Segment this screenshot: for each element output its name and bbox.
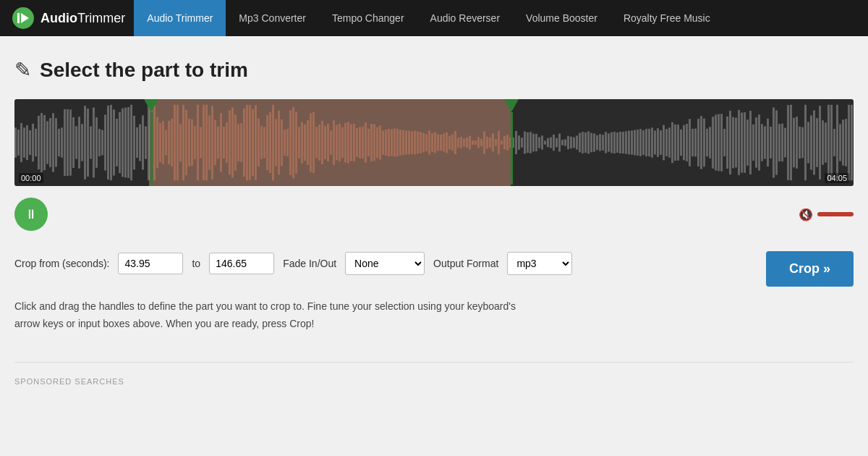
crop-to-input[interactable] — [209, 253, 274, 274]
volume-control: 🔇 — [799, 208, 854, 221]
edit-icon: ✎ — [14, 58, 31, 82]
nav-mp3-converter[interactable]: Mp3 Converter — [226, 0, 319, 36]
waveform-container[interactable]: 00:00 04:05 — [14, 99, 854, 186]
crop-from-input[interactable] — [118, 253, 183, 274]
fade-label: Fade In/Out — [283, 258, 336, 269]
output-format-label: Output Format — [433, 258, 498, 269]
nav-audio-trimmer[interactable]: Audio Trimmer — [134, 0, 226, 36]
page-title-row: ✎ Select the part to trim — [14, 58, 854, 82]
crop-settings: Crop from (seconds): to Fade In/Out None… — [14, 252, 572, 275]
navbar: AudioTrimmer Audio Trimmer Mp3 Converter… — [0, 0, 868, 36]
volume-slider[interactable] — [817, 212, 854, 216]
sponsored-label: SPONSORED SEARCHES — [14, 377, 124, 386]
nav-audio-reverser[interactable]: Audio Reverser — [417, 0, 514, 36]
help-text: Click and drag the handles to define the… — [14, 298, 521, 333]
crop-from-label: Crop from (seconds): — [14, 258, 109, 269]
handle-right[interactable] — [505, 99, 518, 185]
to-label: to — [192, 258, 200, 269]
volume-icon: 🔇 — [799, 208, 813, 221]
page-title: Select the part to trim — [40, 59, 248, 82]
nav-tempo-changer[interactable]: Tempo Changer — [319, 0, 417, 36]
sponsored-section: SPONSORED SEARCHES — [14, 362, 854, 387]
controls-row: ⏸ 🔇 — [14, 192, 854, 237]
right-handle-arrow — [504, 99, 519, 112]
main-content: ✎ Select the part to trim 00:00 04:05 ⏸ … — [0, 36, 868, 402]
left-handle-arrow — [144, 99, 158, 112]
fade-select[interactable]: None Fade In Fade Out Fade In/Out — [345, 252, 425, 275]
logo-icon — [12, 7, 35, 30]
handle-left[interactable] — [145, 99, 158, 185]
right-handle-line — [511, 112, 513, 185]
waveform-selection[interactable] — [149, 99, 511, 186]
nav-volume-booster[interactable]: Volume Booster — [513, 0, 610, 36]
logo[interactable]: AudioTrimmer — [12, 7, 125, 30]
nav-links: Audio Trimmer Mp3 Converter Tempo Change… — [134, 0, 723, 36]
time-label-end: 04:05 — [825, 173, 849, 183]
output-format-select[interactable]: mp3 wav ogg m4a — [507, 252, 572, 275]
time-label-start: 00:00 — [19, 173, 43, 183]
play-pause-icon: ⏸ — [25, 207, 38, 222]
logo-text: AudioTrimmer — [41, 11, 125, 26]
svg-rect-2 — [17, 13, 20, 23]
left-handle-line — [150, 112, 153, 185]
play-pause-button[interactable]: ⏸ — [14, 198, 48, 231]
crop-button[interactable]: Crop » — [766, 251, 854, 287]
nav-royalty-free-music[interactable]: Royalty Free Music — [610, 0, 723, 36]
